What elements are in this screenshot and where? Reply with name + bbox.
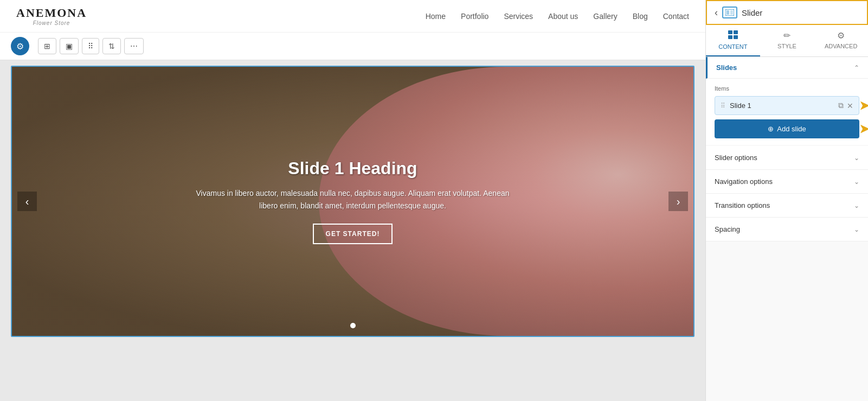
drag-handle-icon: ⠿ [721,102,725,110]
svg-rect-2 [730,10,733,15]
nav-links: Home Portfolio Services About us Gallery… [426,11,689,21]
slider-next-button[interactable]: › [668,192,688,211]
panel-content: Slides ⌃ Items ⠿ Slide 1 ⧉ ✕ ➤ [706,57,868,401]
slider-options-label: Slider options [715,154,757,162]
panel-back-button[interactable]: ‹ [715,7,718,18]
logo-sub: Flower Store [33,20,70,26]
navigation-options-row[interactable]: Navigation options ⌄ [706,170,868,194]
tab-content-label: CONTENT [718,43,747,50]
svg-rect-5 [728,35,732,39]
svg-rect-3 [728,30,732,34]
navigation-options-chevron: ⌄ [854,178,859,186]
slider-widget: Slide 1 Heading Vivamus in libero auctor… [11,66,695,337]
toolbar-grid-btn[interactable]: ⊞ [38,38,56,54]
slide-cta-button[interactable]: GET STARTED! [313,224,393,244]
canvas-area: ANEMONA Flower Store Home Portfolio Serv… [0,0,705,401]
copy-slide-icon[interactable]: ⧉ [838,101,844,110]
style-tab-icon: ✏ [783,30,790,41]
slides-section-header[interactable]: Slides ⌃ [706,57,868,79]
slides-chevron-icon: ⌃ [854,64,859,72]
transition-options-row[interactable]: Transition options ⌄ [706,194,868,218]
nav-item-about[interactable]: About us [548,11,578,21]
delete-slide-icon[interactable]: ✕ [847,101,853,110]
svg-rect-6 [734,35,738,39]
slider-prev-button[interactable]: ‹ [17,192,37,211]
nav-item-contact[interactable]: Contact [663,11,689,21]
top-nav: ANEMONA Flower Store Home Portfolio Serv… [0,0,705,33]
logo-main: ANEMONA [16,6,87,20]
nav-link-about[interactable]: About us [548,12,578,21]
gear-button[interactable]: ⚙ [11,37,29,55]
add-slide-row: ⊕ Add slide ➤ [715,119,859,138]
advanced-tab-icon: ⚙ [837,30,845,41]
spacing-chevron: ⌄ [854,226,859,233]
nav-item-portfolio[interactable]: Portfolio [461,11,488,21]
slider-options-row[interactable]: Slider options ⌄ [706,146,868,170]
toolbar-arrows-btn[interactable]: ⇅ [102,38,121,54]
tab-content[interactable]: CONTENT [706,25,760,56]
toolbar-more-btn[interactable]: ⋯ [124,38,144,54]
slide-heading: Slide 1 Heading [196,158,510,179]
add-slide-label: Add slide [777,125,806,133]
slide-item-name: Slide 1 [730,101,838,110]
slider-icon [722,7,737,18]
panel-header: ‹ Slider [706,0,868,25]
nav-link-portfolio[interactable]: Portfolio [461,12,488,21]
slides-section-title: Slides [716,63,737,72]
add-slide-button[interactable]: ⊕ Add slide [715,119,859,138]
tab-advanced[interactable]: ⚙ ADVANCED [814,25,868,56]
annotation-arrow-2: ➤ [859,122,868,136]
nav-item-services[interactable]: Services [504,11,533,21]
right-panel: ‹ Slider CONTENT ✏ STYLE [705,0,868,401]
nav-link-blog[interactable]: Blog [633,12,648,21]
slide-item-1[interactable]: ⠿ Slide 1 ⧉ ✕ [715,96,859,115]
slider-dot-1[interactable] [350,323,356,328]
slide-item-row: ⠿ Slide 1 ⧉ ✕ ➤ [715,96,859,115]
slide-text: Vivamus in libero auctor, malesuada null… [196,187,510,212]
toolbar-panel-btn[interactable]: ▣ [60,38,79,54]
nav-link-gallery[interactable]: Gallery [593,12,617,21]
toolbar-dots-btn[interactable]: ⠿ [82,38,99,54]
slider-options-chevron: ⌄ [854,154,859,162]
spacing-row[interactable]: Spacing ⌄ [706,218,868,241]
nav-link-services[interactable]: Services [504,12,533,21]
slider-dots [350,323,356,328]
svg-rect-4 [734,30,738,34]
logo: ANEMONA Flower Store [16,6,87,26]
panel-tabs: CONTENT ✏ STYLE ⚙ ADVANCED [706,25,868,57]
annotation-arrow-1: ➤ [859,99,868,113]
slide-content: Slide 1 Heading Vivamus in libero auctor… [185,148,521,255]
panel-title: Slider [742,8,762,17]
transition-options-label: Transition options [715,201,770,209]
tab-style-label: STYLE [777,43,796,49]
transition-options-chevron: ⌄ [854,202,859,209]
editor-toolbar: ⚙ ⊞ ▣ ⠿ ⇅ ⋯ [0,33,705,60]
items-label: Items [715,85,859,92]
nav-item-blog[interactable]: Blog [633,11,648,21]
tab-advanced-label: ADVANCED [825,43,857,49]
plus-icon: ⊕ [768,125,774,133]
slider-image: Slide 1 Heading Vivamus in libero auctor… [12,67,693,336]
svg-rect-1 [726,10,729,15]
content-tab-icon [728,30,738,41]
nav-link-home[interactable]: Home [426,12,446,21]
nav-item-home[interactable]: Home [426,11,446,21]
nav-link-contact[interactable]: Contact [663,12,689,21]
navigation-options-label: Navigation options [715,177,773,186]
spacing-label: Spacing [715,225,740,233]
tab-style[interactable]: ✏ STYLE [760,25,814,56]
slides-section: Slides ⌃ Items ⠿ Slide 1 ⧉ ✕ ➤ [706,57,868,145]
nav-item-gallery[interactable]: Gallery [593,11,617,21]
slides-section-body: Items ⠿ Slide 1 ⧉ ✕ ➤ ⊕ Add slide [706,79,868,145]
